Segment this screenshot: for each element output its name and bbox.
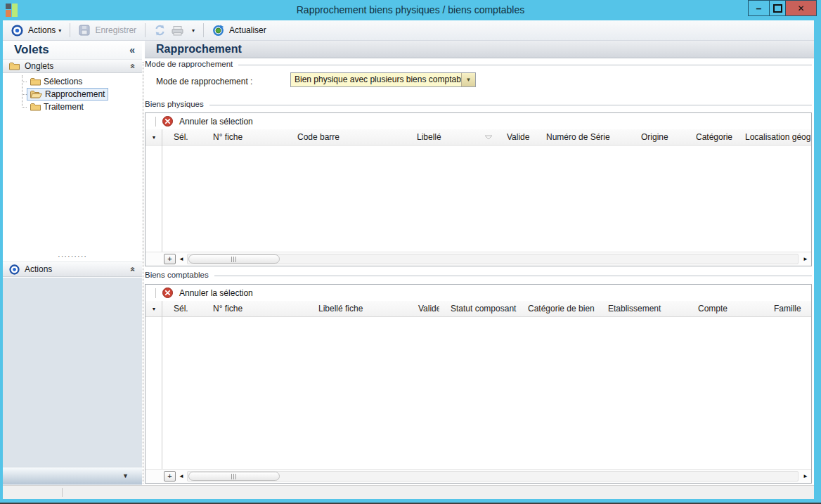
- cancel-icon[interactable]: [162, 287, 173, 298]
- column-header-compte[interactable]: Compte: [687, 304, 763, 314]
- column-header-nfiche[interactable]: N° fiche: [202, 132, 286, 142]
- refresh-circle-icon: [212, 25, 224, 37]
- column-header-numserie[interactable]: Numéro de Série: [535, 132, 630, 142]
- group-header-onglets[interactable]: Onglets «: [3, 59, 142, 73]
- tree-item-label: Traitement: [44, 102, 84, 112]
- clear-selection-button[interactable]: Annuler la sélection: [179, 117, 253, 127]
- chevron-down-icon: ▾: [192, 27, 195, 34]
- column-header-famille[interactable]: Famille: [763, 304, 811, 314]
- scroll-thumb-grip: [231, 474, 236, 479]
- folder-icon: [30, 77, 41, 86]
- group-mode: Mode de rapprochement: [145, 59, 812, 69]
- chevron-down-icon: ▾: [58, 27, 61, 34]
- sidebar-header: Volets «: [3, 41, 142, 59]
- add-row-button[interactable]: +: [164, 254, 176, 264]
- mode-field-label: Mode de rapprochement :: [156, 77, 252, 86]
- column-header-localisation[interactable]: Localisation géog: [734, 132, 811, 142]
- tree-item-selections[interactable]: Sélections: [3, 75, 142, 88]
- print-button[interactable]: [169, 24, 186, 37]
- onglets-tree: Sélections Rapprochement Tra: [3, 73, 142, 117]
- collapse-chevron-icon[interactable]: «: [129, 267, 138, 272]
- column-header-origine[interactable]: Origine: [630, 132, 685, 142]
- cancel-icon[interactable]: [162, 116, 173, 127]
- indicator-column-divider: [162, 129, 162, 252]
- minimize-button[interactable]: –: [748, 0, 770, 16]
- column-header-codebarre[interactable]: Code barre: [286, 132, 406, 142]
- add-row-button[interactable]: +: [164, 471, 176, 482]
- scroll-thumb[interactable]: [188, 472, 280, 481]
- compt-grid-header-row: ▼ Sél. N° fiche Libellé fiche Valide Sta…: [146, 301, 811, 317]
- column-header-etablissement[interactable]: Etablissement: [597, 304, 687, 314]
- column-header-nfiche[interactable]: N° fiche: [202, 304, 307, 314]
- save-button-label: Enregistrer: [95, 25, 136, 35]
- chevron-down-icon: ▼: [466, 77, 472, 83]
- group-actions-label: Actions: [25, 264, 131, 274]
- group-compt-label: Biens comptables: [145, 271, 209, 279]
- splitter-dotted-line: [143, 62, 143, 484]
- group-divider-line: [209, 105, 812, 105]
- scroll-track[interactable]: [187, 471, 799, 482]
- clear-selection-button[interactable]: Annuler la sélection: [179, 288, 253, 298]
- toolbar-separator: [203, 23, 204, 37]
- phys-grid-header-row: ▼ Sél. N° fiche Code barre Libellé Valid…: [146, 129, 811, 146]
- grid-options-button[interactable]: ▼: [146, 306, 162, 311]
- print-dropdown-button[interactable]: ▾: [186, 26, 198, 35]
- sidebar-empty-area: [3, 278, 142, 485]
- combo-value: Bien physique avec plusieurs biens compt…: [291, 73, 461, 86]
- indicator-column-divider: [162, 301, 162, 470]
- column-header-libelle[interactable]: Libellé: [406, 132, 496, 142]
- column-header-categoriebien[interactable]: Catégorie de bien: [517, 304, 597, 314]
- column-header-sel[interactable]: Sél.: [162, 132, 202, 142]
- titlebar: Rapprochement biens physiques / biens co…: [0, 0, 821, 20]
- toolbar-grip: [155, 288, 156, 298]
- refresh-data-button[interactable]: [151, 23, 169, 37]
- actualiser-button[interactable]: Actualiser: [209, 23, 269, 38]
- column-header-categorie[interactable]: Catégorie: [685, 132, 734, 142]
- folder-icon: [30, 103, 41, 111]
- tree-line: [22, 82, 27, 82]
- combo-arrow-button[interactable]: ▼: [461, 73, 475, 86]
- actions-menu-label: Actions: [28, 25, 56, 35]
- sidebar-scroll-down-button[interactable]: ▼: [122, 472, 129, 479]
- column-header-statut[interactable]: Statut composant: [439, 304, 517, 314]
- sidebar-collapse-button[interactable]: «: [129, 44, 135, 56]
- scroll-left-button[interactable]: ◄: [179, 473, 184, 479]
- grid-options-button[interactable]: ▼: [146, 135, 162, 140]
- sidebar-volets: Volets « Onglets « Sélections: [3, 41, 142, 485]
- refresh-icon: [154, 25, 166, 36]
- scroll-left-button[interactable]: ◄: [179, 256, 184, 262]
- sort-indicator-icon: [484, 135, 493, 140]
- group-divider-line: [214, 276, 812, 276]
- mode-combobox[interactable]: Bien physique avec plusieurs biens compt…: [290, 72, 476, 87]
- sidebar-title: Volets: [14, 43, 129, 57]
- column-header-libellefiche[interactable]: Libellé fiche: [307, 304, 407, 314]
- column-header-valide[interactable]: Valide: [407, 304, 439, 314]
- compt-grid: Annuler la sélection ▼ Sél. N° fiche Lib…: [145, 284, 812, 484]
- page-title: Rapprochement: [145, 41, 814, 58]
- column-header-valide[interactable]: Valide: [496, 132, 535, 142]
- scroll-track[interactable]: [187, 254, 799, 264]
- group-onglets-label: Onglets: [25, 61, 131, 71]
- save-button[interactable]: Enregistrer: [76, 23, 139, 37]
- group-header-actions[interactable]: Actions «: [3, 261, 142, 277]
- column-header-label: Libellé: [417, 132, 441, 142]
- tree-item-rapprochement[interactable]: Rapprochement: [3, 88, 142, 101]
- target-icon: [11, 25, 23, 37]
- column-header-sel[interactable]: Sél.: [162, 304, 202, 314]
- scroll-thumb[interactable]: [188, 254, 280, 264]
- collapse-chevron-icon[interactable]: «: [129, 64, 138, 69]
- sidebar-splitter[interactable]: ·········: [3, 253, 142, 259]
- maximize-button[interactable]: [769, 0, 786, 16]
- tree-item-traitement[interactable]: Traitement: [3, 101, 142, 113]
- scroll-right-button[interactable]: ►: [803, 473, 808, 479]
- scroll-right-button[interactable]: ►: [803, 256, 808, 262]
- toolbar-grip: [155, 117, 156, 127]
- close-button[interactable]: ✕: [785, 0, 817, 16]
- phys-grid-toolbar: Annuler la sélection: [146, 113, 811, 129]
- actions-menu-button[interactable]: Actions ▾: [8, 23, 64, 38]
- group-phys-label: Biens physiques: [145, 100, 204, 108]
- tree-item-label: Rapprochement: [45, 89, 105, 99]
- toolbar-separator: [145, 23, 146, 37]
- save-icon: [79, 25, 90, 36]
- sidebar-bottom-bar: ▼: [3, 467, 142, 484]
